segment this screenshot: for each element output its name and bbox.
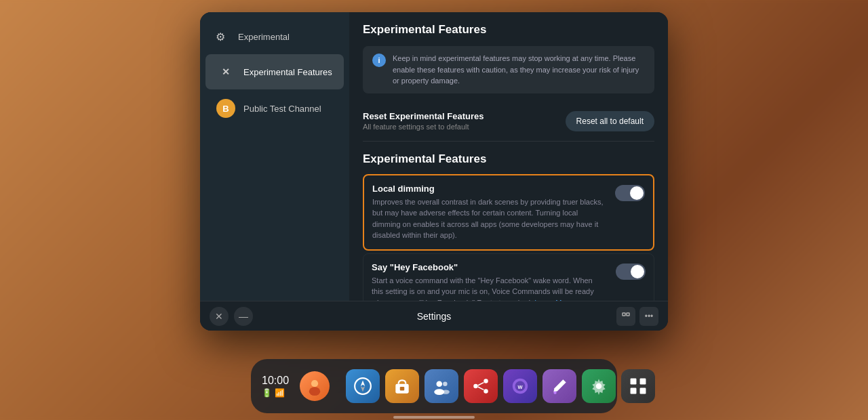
info-banner: i Keep in mind experimental features may… bbox=[363, 46, 654, 93]
feature-desc-hey-facebook: Start a voice command with the "Hey Face… bbox=[372, 275, 605, 301]
feature-row-local-dimming: Local dimming Improves the overall contr… bbox=[363, 174, 654, 251]
taskbar-app-explore[interactable] bbox=[346, 369, 380, 403]
svg-point-21 bbox=[553, 392, 556, 394]
reset-sublabel: All feature settings set to default bbox=[363, 123, 484, 131]
feature-text-local-dimming: Local dimming Improves the overall contr… bbox=[372, 184, 604, 241]
panel-footer: ✕ — Settings ••• bbox=[200, 301, 668, 331]
more-options-button[interactable]: ••• bbox=[639, 307, 658, 326]
taskbar-app-settings[interactable] bbox=[582, 369, 616, 403]
svg-point-2 bbox=[311, 380, 318, 387]
taskbar-app-avatar[interactable] bbox=[300, 371, 330, 401]
svg-point-3 bbox=[309, 387, 321, 396]
svg-point-12 bbox=[442, 390, 450, 394]
bottom-handle bbox=[393, 416, 475, 419]
features-section-title: Experimental Features bbox=[363, 152, 654, 166]
taskbar: 10:00 🔋 📶 bbox=[251, 359, 617, 413]
svg-line-16 bbox=[478, 383, 484, 385]
compass-icon bbox=[353, 377, 372, 396]
svg-point-15 bbox=[484, 389, 488, 393]
footer-controls-left: ✕ — bbox=[210, 307, 253, 326]
svg-rect-26 bbox=[640, 388, 646, 394]
svg-point-10 bbox=[443, 382, 447, 386]
status-icons: 🔋 📶 bbox=[262, 388, 285, 398]
feature-text-hey-facebook: Say "Hey Facebook" Start a voice command… bbox=[372, 262, 605, 301]
taskbar-app-worlds[interactable]: W bbox=[503, 369, 537, 403]
toggle-knob-hey-facebook bbox=[631, 265, 644, 278]
xmark-icon: ✕ bbox=[216, 62, 235, 81]
time-section: 10:00 🔋 📶 bbox=[262, 375, 289, 398]
wifi-icon: 📶 bbox=[275, 388, 285, 398]
feature-row-hey-facebook: Say "Hey Facebook" Start a voice command… bbox=[363, 253, 654, 301]
sidebar-item-label-experimental: Experimental Features bbox=[243, 67, 332, 77]
reset-button[interactable]: Reset all to default bbox=[566, 111, 654, 131]
svg-marker-6 bbox=[361, 386, 365, 392]
svg-rect-0 bbox=[623, 313, 625, 316]
toggle-hey-facebook[interactable] bbox=[616, 264, 646, 280]
svg-line-17 bbox=[478, 387, 484, 390]
reset-label: Reset Experimental Features bbox=[363, 111, 484, 121]
svg-text:W: W bbox=[518, 384, 524, 390]
window-snap-button[interactable] bbox=[616, 307, 635, 326]
svg-marker-5 bbox=[361, 380, 365, 386]
svg-point-13 bbox=[484, 379, 488, 383]
feature-desc-local-dimming: Improves the overall contrast in dark sc… bbox=[372, 196, 604, 241]
battery-icon: 🔋 bbox=[262, 388, 272, 398]
brush-icon bbox=[550, 377, 569, 396]
sidebar: ⚙ Experimental ✕ Experimental Features B… bbox=[200, 12, 349, 301]
svg-rect-23 bbox=[631, 379, 637, 385]
taskbar-app-all-apps[interactable] bbox=[621, 369, 655, 403]
worlds-icon: W bbox=[511, 377, 530, 396]
sidebar-header-label: Experimental bbox=[238, 32, 290, 42]
taskbar-app-create[interactable] bbox=[542, 369, 576, 403]
taskbar-time: 10:00 bbox=[262, 375, 289, 387]
reset-section: Reset Experimental Features All feature … bbox=[363, 104, 654, 142]
people-icon bbox=[432, 377, 451, 396]
svg-rect-25 bbox=[631, 388, 637, 394]
svg-point-14 bbox=[473, 384, 477, 388]
taskbar-app-people[interactable] bbox=[425, 369, 458, 403]
sidebar-item-public-test-channel[interactable]: B Public Test Channel bbox=[205, 91, 344, 126]
settings-panel: ⚙ Experimental ✕ Experimental Features B… bbox=[200, 12, 668, 331]
avatar-icon bbox=[305, 377, 324, 396]
minimize-button[interactable]: — bbox=[234, 307, 253, 326]
beta-icon: B bbox=[216, 99, 235, 118]
reset-label-group: Reset Experimental Features All feature … bbox=[363, 111, 484, 131]
panel-body: ⚙ Experimental ✕ Experimental Features B… bbox=[200, 12, 668, 301]
grid-icon bbox=[629, 377, 648, 396]
svg-rect-1 bbox=[627, 313, 629, 316]
info-icon: i bbox=[372, 54, 386, 67]
store-icon bbox=[393, 377, 412, 396]
section-title: Experimental Features bbox=[363, 23, 654, 37]
footer-controls-right: ••• bbox=[616, 307, 658, 326]
sidebar-item-label-public-test: Public Test Channel bbox=[243, 104, 321, 114]
toggle-knob-local-dimming bbox=[630, 186, 644, 200]
share-icon bbox=[471, 377, 490, 396]
gear-icon: ⚙ bbox=[211, 27, 230, 46]
info-text: Keep in mind experimental features may s… bbox=[393, 53, 645, 87]
svg-rect-8 bbox=[400, 387, 404, 390]
sidebar-header: ⚙ Experimental bbox=[200, 20, 349, 53]
svg-point-9 bbox=[437, 381, 443, 387]
main-content: Experimental Features i Keep in mind exp… bbox=[349, 12, 668, 301]
taskbar-app-share[interactable] bbox=[464, 369, 498, 403]
settings-taskbar-icon bbox=[589, 377, 608, 396]
feature-name-hey-facebook: Say "Hey Facebook" bbox=[372, 262, 605, 272]
sidebar-item-experimental-features[interactable]: ✕ Experimental Features bbox=[205, 54, 344, 89]
close-button[interactable]: ✕ bbox=[210, 307, 229, 326]
svg-rect-24 bbox=[640, 379, 646, 385]
footer-title: Settings bbox=[417, 311, 452, 322]
taskbar-app-store[interactable] bbox=[385, 369, 419, 403]
feature-name-local-dimming: Local dimming bbox=[372, 184, 604, 194]
toggle-local-dimming[interactable] bbox=[615, 185, 645, 201]
